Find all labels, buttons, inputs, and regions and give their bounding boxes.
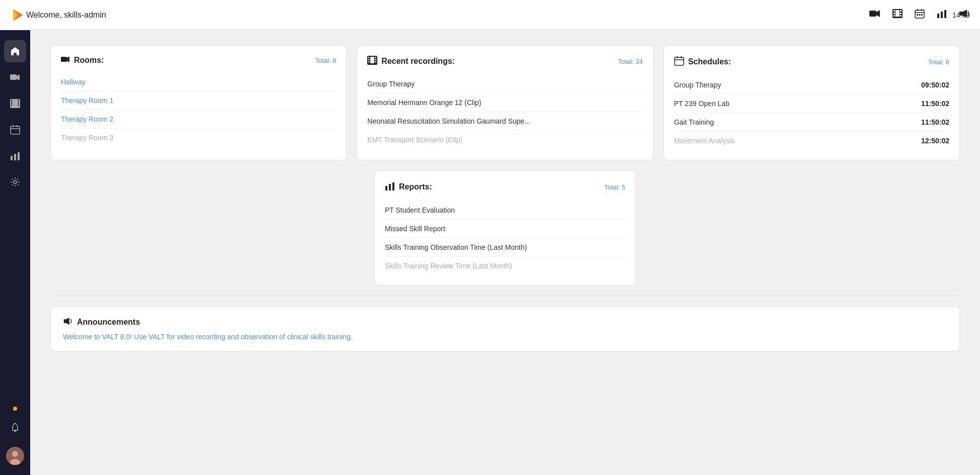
sidebar-item-reports[interactable] <box>4 145 26 167</box>
list-item[interactable]: Therapy Room 3 <box>61 129 336 147</box>
rooms-title-group: Rooms: <box>61 56 104 65</box>
sidebar-item-schedule[interactable] <box>4 119 26 141</box>
sidebar-item-settings[interactable] <box>4 171 26 193</box>
schedule-name: Group Therapy <box>674 81 721 89</box>
schedule-name: PT 239 Open Lab <box>674 100 729 108</box>
schedules-card-list: Group Therapy 09:50:02 PT 239 Open Lab 1… <box>674 76 949 150</box>
rooms-card-title: Rooms: <box>74 56 104 65</box>
film-strip-icon[interactable] <box>892 9 903 21</box>
rooms-card: Rooms: Total: 8 Hallway Therapy Room 1 T… <box>50 45 347 160</box>
schedules-card-icon <box>674 56 684 68</box>
schedules-title-group: Schedules: <box>674 56 731 68</box>
list-item[interactable]: Memorial Hermann Orange 12 (Clip) <box>367 93 642 112</box>
reports-row: Reports: Total: 5 PT Student Evaluation … <box>50 170 960 286</box>
list-item[interactable]: PT Student Evaluation <box>385 201 625 220</box>
recordings-card: Recent recordings: Total: 34 Group Thera… <box>357 45 653 160</box>
recordings-title-group: Recent recordings: <box>367 56 455 67</box>
recordings-card-header: Recent recordings: Total: 34 <box>367 56 642 67</box>
svg-marker-48 <box>67 56 69 62</box>
schedule-time: 11:50:02 <box>921 100 949 108</box>
svg-rect-35 <box>11 126 20 134</box>
list-item[interactable]: Group Therapy 09:50:02 <box>674 76 949 94</box>
sidebar-item-home[interactable] <box>4 40 26 62</box>
svg-rect-30 <box>11 103 13 104</box>
svg-rect-52 <box>368 61 370 63</box>
list-item[interactable]: Hallway <box>61 73 336 91</box>
sidebar-item-bell[interactable] <box>4 417 26 439</box>
svg-rect-57 <box>675 57 684 65</box>
list-item[interactable]: Missed Skill Report <box>385 220 625 238</box>
svg-rect-15 <box>917 9 918 11</box>
svg-rect-58 <box>677 56 678 58</box>
reports-card-title: Reports: <box>399 182 432 192</box>
svg-marker-5 <box>876 10 880 17</box>
svg-rect-12 <box>900 15 902 17</box>
list-item[interactable]: PT 239 Open Lab 11:50:02 <box>674 94 949 113</box>
list-item[interactable]: Therapy Room 1 <box>61 91 336 110</box>
avatar-image <box>6 447 24 465</box>
svg-marker-27 <box>17 74 20 80</box>
svg-rect-34 <box>18 105 20 106</box>
rooms-card-total: Total: 8 <box>315 57 336 64</box>
svg-rect-11 <box>900 13 902 14</box>
sidebar <box>0 30 30 475</box>
list-item[interactable]: Group Therapy <box>367 75 642 93</box>
reports-card-header: Reports: Total: 5 <box>385 181 625 193</box>
svg-rect-8 <box>893 13 895 14</box>
top-cards-row: Rooms: Total: 8 Hallway Therapy Room 1 T… <box>50 45 960 160</box>
svg-marker-64 <box>64 318 69 325</box>
announcements-title: Announcements <box>77 318 140 327</box>
svg-point-45 <box>12 451 18 457</box>
svg-rect-40 <box>14 154 16 160</box>
rooms-card-icon <box>61 56 70 65</box>
recordings-card-title: Recent recordings: <box>381 57 455 66</box>
schedule-time: 12:50:02 <box>921 137 949 145</box>
svg-rect-39 <box>11 156 13 160</box>
schedules-card-title: Schedules: <box>688 57 731 66</box>
svg-rect-50 <box>368 57 370 58</box>
announcements-icon <box>63 317 73 328</box>
svg-rect-41 <box>18 152 20 160</box>
schedule-name: Gait Training <box>674 118 714 126</box>
list-item[interactable]: EMT Transport Scenario (Clip) <box>367 131 642 149</box>
svg-rect-47 <box>61 57 67 62</box>
svg-rect-51 <box>368 59 370 61</box>
announcements-text: Welcome to VALT 6.0! Use VALT for video … <box>63 333 947 341</box>
svg-rect-13 <box>895 10 900 17</box>
svg-rect-4 <box>869 11 876 17</box>
rooms-card-header: Rooms: Total: 8 <box>61 56 336 65</box>
video-camera-icon[interactable] <box>869 10 880 20</box>
reports-card-total: Total: 5 <box>604 183 625 191</box>
svg-rect-18 <box>917 14 918 16</box>
schedule-time: 09:50:02 <box>921 81 949 89</box>
list-item[interactable]: Skills Training Observation Time (Last M… <box>385 238 625 257</box>
svg-rect-9 <box>893 15 895 17</box>
svg-rect-33 <box>18 103 20 104</box>
sidebar-item-camera[interactable] <box>4 66 26 88</box>
svg-rect-54 <box>375 59 377 61</box>
chart-bar-icon[interactable] <box>937 9 947 21</box>
topbar: Welcome, skills-admin 14:09 <box>0 0 980 30</box>
notification-dot <box>13 407 17 411</box>
reports-card-list: PT Student Evaluation Missed Skill Repor… <box>385 201 625 275</box>
recordings-card-total: Total: 34 <box>618 58 643 65</box>
schedule-icon[interactable] <box>915 9 925 21</box>
main-layout: Rooms: Total: 8 Hallway Therapy Room 1 T… <box>0 30 980 475</box>
svg-rect-20 <box>921 14 923 16</box>
topbar-time: 14:09 <box>952 11 970 19</box>
svg-rect-7 <box>893 10 895 12</box>
svg-rect-53 <box>375 57 377 58</box>
svg-rect-55 <box>375 61 377 63</box>
avatar[interactable] <box>6 447 24 465</box>
list-item[interactable]: Movement Analysis 12:50:02 <box>674 132 949 150</box>
svg-rect-19 <box>919 14 921 16</box>
list-item[interactable]: Skills Training Review Time (Last Month) <box>385 257 625 275</box>
welcome-text: Welcome, skills-admin <box>26 11 869 20</box>
list-item[interactable]: Neonatal Resuscitation Simulation Gaumar… <box>367 112 642 131</box>
list-item[interactable]: Gait Training 11:50:02 <box>674 113 949 132</box>
content-area: Rooms: Total: 8 Hallway Therapy Room 1 T… <box>30 30 980 475</box>
svg-rect-37 <box>17 125 18 127</box>
list-item[interactable]: Therapy Room 2 <box>61 110 336 129</box>
svg-rect-22 <box>941 12 943 18</box>
sidebar-item-recordings[interactable] <box>4 92 26 115</box>
